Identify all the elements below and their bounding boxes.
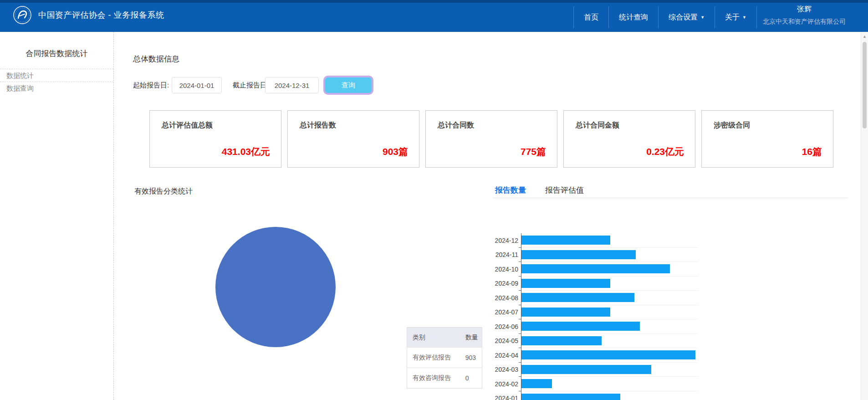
bar-row: 2024-12: [491, 233, 700, 248]
bar-row: 2024-02: [491, 377, 700, 391]
stat-card-title: 总计评估值总额: [162, 121, 213, 130]
bar-track: [521, 277, 698, 291]
user-block[interactable]: 张辉 北京中天和资产评估有限公司: [759, 5, 850, 26]
stat-card-title: 总计合同数: [438, 121, 474, 130]
bar-value: [521, 264, 670, 273]
scrollbar-up-icon[interactable]: ▲: [861, 32, 868, 39]
tab-2[interactable]: 报告评估值: [545, 185, 584, 195]
sidebar-items: 数据统计数据查询: [0, 69, 113, 95]
stat-card-title: 总计报告数: [300, 121, 336, 130]
bar-track: [521, 391, 698, 400]
nav-item-1[interactable]: 首页: [573, 6, 608, 28]
bar-chart-y-axis: [521, 233, 521, 400]
bar-row: 2024-10: [491, 262, 700, 277]
bar-value: [521, 293, 634, 302]
end-date-label: 截止报告日:: [233, 81, 269, 90]
bar-category-label: 2024-05: [491, 337, 518, 344]
bar-value: [521, 336, 602, 345]
business-report-system-page: 中国资产评估协会 - 业务报备系统 首页统计查询综合设置▼关于▼ 张辉 北京中天…: [0, 0, 868, 400]
pie-chart: [215, 227, 336, 347]
bar-category-label: 2024-01: [491, 395, 518, 400]
nav-item-3[interactable]: 综合设置▼: [658, 6, 715, 28]
legend-table-header: 数量: [460, 328, 482, 348]
bar-track: [521, 248, 698, 262]
stat-cards: 总计评估值总额431.03亿元总计报告数903篇总计合同数775篇总计合同金额0…: [149, 110, 833, 168]
bar-value: [521, 365, 651, 374]
tab-1[interactable]: 报告数量: [495, 185, 526, 195]
bar-category-label: 2024-09: [491, 280, 518, 287]
start-date-label: 起始报告日:: [133, 81, 169, 90]
legend-table-header: 类别: [407, 328, 460, 348]
bar-row: 2024-07: [491, 305, 700, 320]
bar-value: [521, 350, 695, 359]
pie-section-title: 有效报告分类统计: [134, 187, 193, 196]
legend-category-cell: 有效评估报告: [407, 348, 460, 368]
stat-card-value: 0.23亿元: [646, 145, 684, 158]
stat-card-title: 涉密级合同: [714, 121, 750, 130]
stat-card-1: 总计评估值总额431.03亿元: [149, 110, 281, 168]
legend-count-cell: 903: [460, 348, 482, 368]
stat-card-value: 16篇: [802, 145, 822, 158]
bar-category-label: 2024-04: [491, 352, 518, 359]
bar-category-label: 2024-10: [491, 266, 518, 273]
bar-track: [521, 262, 698, 277]
legend-count-cell: 0: [460, 368, 482, 389]
bar-category-label: 2024-11: [491, 251, 518, 258]
vertical-scrollbar[interactable]: ▲: [861, 32, 868, 400]
sidebar-item-2[interactable]: 数据查询: [0, 82, 113, 95]
page-title: 总体数据信息: [133, 54, 179, 64]
bar-row: 2024-06: [491, 319, 700, 334]
bar-row: 2024-05: [491, 334, 700, 349]
bar-track: [521, 233, 698, 248]
bar-value: [521, 250, 636, 259]
end-date-input[interactable]: [265, 77, 319, 93]
bar-category-label: 2024-06: [491, 323, 518, 330]
stat-card-value: 431.03亿元: [222, 145, 270, 158]
bar-row: 2024-03: [491, 363, 700, 377]
stat-card-value: 903篇: [383, 145, 408, 158]
bar-row: 2024-04: [491, 348, 700, 363]
bar-value: [521, 236, 610, 245]
nav-item-2[interactable]: 统计查询: [608, 6, 658, 28]
bar-row: 2024-08: [491, 291, 700, 305]
bar-track: [521, 363, 698, 377]
chevron-down-icon: ▼: [700, 15, 705, 20]
user-name: 张辉: [759, 5, 850, 14]
nav-item-4[interactable]: 关于▼: [715, 6, 757, 28]
bar-row: 2024-11: [491, 248, 700, 262]
bar-value: [521, 322, 640, 331]
stat-card-title: 总计合同金额: [576, 121, 619, 130]
sidebar: 合同报告数据统计 数据统计数据查询: [0, 32, 114, 400]
bar-value: [521, 379, 552, 388]
query-button[interactable]: 查询: [325, 77, 372, 93]
pie-legend-table: 类别数量 有效评估报告903有效咨询报告0: [407, 327, 482, 389]
chart-tabs: 报告数量报告评估值: [495, 185, 584, 195]
nav-menu: 首页统计查询综合设置▼关于▼: [573, 6, 757, 28]
bar-value: [521, 279, 610, 288]
stat-card-value: 775篇: [521, 145, 546, 158]
bar-row: 2024-01: [491, 391, 700, 400]
user-company: 北京中天和资产评估有限公司: [759, 18, 850, 26]
bar-track: [521, 291, 698, 305]
bar-track: [521, 348, 698, 363]
scrollbar-thumb[interactable]: [863, 42, 867, 128]
bar-category-label: 2024-03: [491, 366, 518, 373]
start-date-input[interactable]: [172, 77, 222, 93]
app-title: 中国资产评估协会 - 业务报备系统: [38, 10, 164, 21]
table-row: 有效咨询报告0: [407, 368, 482, 389]
top-navbar: 中国资产评估协会 - 业务报备系统 首页统计查询综合设置▼关于▼ 张辉 北京中天…: [0, 0, 868, 32]
sidebar-title: 合同报告数据统计: [0, 32, 113, 69]
stat-card-5: 涉密级合同16篇: [701, 110, 833, 168]
bar-category-label: 2024-02: [491, 380, 518, 388]
bar-row: 2024-09: [491, 277, 700, 291]
table-row: 有效评估报告903: [407, 348, 482, 368]
bar-category-label: 2024-12: [491, 237, 518, 244]
bar-track: [521, 377, 698, 391]
stat-card-3: 总计合同数775篇: [425, 110, 557, 168]
bar-value: [521, 394, 620, 400]
brand: 中国资产评估协会 - 业务报备系统: [13, 5, 164, 25]
bar-value: [521, 308, 610, 317]
sidebar-item-1[interactable]: 数据统计: [0, 69, 113, 82]
bar-chart: 2024-122024-112024-102024-092024-082024-…: [491, 233, 700, 400]
association-seal-icon: [13, 5, 32, 25]
